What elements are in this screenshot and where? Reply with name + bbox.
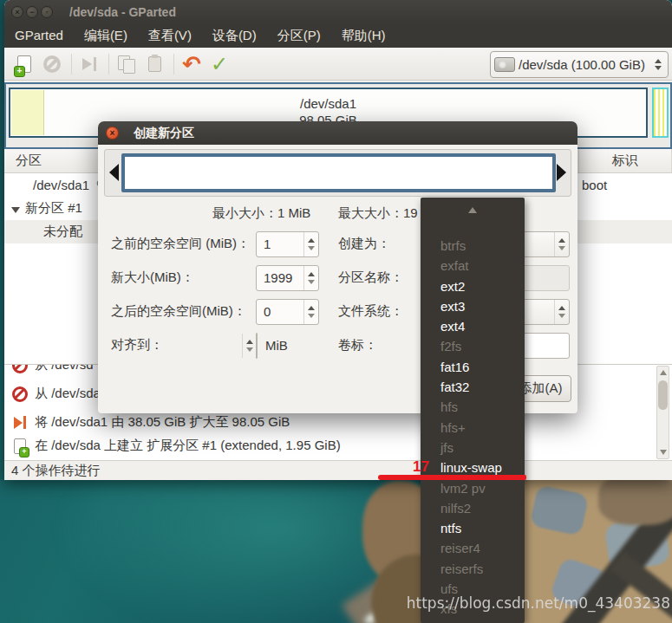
operation-text: 将 /dev/sda1 由 38.05 GiB 扩大至 98.05 GiB <box>35 414 290 431</box>
harddisk-icon <box>494 57 515 72</box>
column-header-flags[interactable]: 标识 <box>579 149 672 172</box>
copy-icon <box>118 55 135 73</box>
close-icon[interactable]: × <box>11 6 23 18</box>
resize-move-icon <box>82 57 96 71</box>
toolbar: ↶ ✓ /dev/sda (100.00 GiB) <box>4 48 672 81</box>
status-bar: 4 个操作待进行 <box>4 460 672 480</box>
scroll-up-icon[interactable] <box>468 207 477 213</box>
spinner-arrows-icon[interactable] <box>303 232 318 256</box>
undo-icon: ↶ <box>182 55 201 73</box>
wallpaper-rock <box>598 473 672 525</box>
device-selector-value: /dev/sda (100.00 GiB) <box>519 57 652 72</box>
operation-text: 从 /dev/sda <box>35 386 101 402</box>
align-to-combobox[interactable]: MiB <box>256 333 258 359</box>
menu-device[interactable]: 设备(D) <box>202 23 267 48</box>
fs-option-ext3[interactable]: ext3 <box>421 296 525 316</box>
operation-row[interactable]: 在 /dev/sda 上建立 扩展分区 #1 (extended, 1.95 G… <box>4 434 646 458</box>
new-partition-icon <box>17 55 31 73</box>
operation-text: 在 /dev/sda 上建立 扩展分区 #1 (extended, 1.95 G… <box>35 438 341 454</box>
slider-partition-area[interactable] <box>121 153 556 192</box>
free-space-before-value: 1 <box>264 237 271 251</box>
slider-left-arrow-icon[interactable] <box>109 164 119 181</box>
combobox-arrows-icon[interactable] <box>242 334 257 358</box>
free-space-after-value: 0 <box>264 304 271 319</box>
fs-option-f2fs: f2fs <box>421 336 525 356</box>
menubar: GParted 编辑(E) 查看(V) 设备(D) 分区(P) 帮助(H) <box>4 23 672 48</box>
volume-label-label: 卷标： <box>338 337 377 354</box>
partition-flags: boot <box>582 178 607 192</box>
slider-right-arrow-icon[interactable] <box>557 164 566 181</box>
combobox-arrows-icon[interactable] <box>554 300 569 324</box>
new-size-spinner[interactable]: 1999 <box>256 265 319 291</box>
menu-view[interactable]: 查看(V) <box>138 23 202 48</box>
toolbar-separator <box>71 54 72 75</box>
spinner-arrows-icon[interactable] <box>303 300 318 324</box>
combobox-arrows-icon[interactable] <box>554 232 569 256</box>
chevron-down-icon[interactable] <box>11 207 20 213</box>
maximize-icon[interactable]: ▫ <box>41 6 53 18</box>
free-space-before-spinner[interactable]: 1 <box>256 231 319 257</box>
partition-name: /dev/sda1 <box>4 178 89 192</box>
filesystem-label: 文件系统： <box>338 303 403 320</box>
align-to-value: MiB <box>265 338 288 353</box>
fs-option-fat16[interactable]: fat16 <box>421 357 525 377</box>
operations-scrollbar[interactable] <box>656 366 669 459</box>
min-size-value: 1 MiB <box>277 205 310 220</box>
scrollbar-thumb[interactable] <box>658 380 668 410</box>
scroll-down-icon[interactable] <box>660 450 667 455</box>
fs-option-fat32[interactable]: fat32 <box>421 377 525 397</box>
fs-option-ext4[interactable]: ext4 <box>421 316 525 336</box>
resize-operation-icon <box>14 416 26 429</box>
dialog-title: 创建新分区 <box>134 126 194 141</box>
new-size-value: 1999 <box>264 270 292 285</box>
fs-option-reiserfs: reiserfs <box>421 559 525 579</box>
free-space-before-label: 之前的空余空间 (MiB)： <box>111 236 250 252</box>
apply-button[interactable]: ✓ <box>206 51 232 77</box>
minimize-icon[interactable]: − <box>26 6 38 18</box>
resize-move-button[interactable] <box>76 51 102 77</box>
filesystem-dropdown-menu: btrfs exfat ext2 ext3 ext4 f2fs fat16 fa… <box>421 198 525 623</box>
dialog-close-icon[interactable]: × <box>106 127 119 140</box>
menu-edit[interactable]: 编辑(E) <box>74 23 138 48</box>
spinner-arrows-icon[interactable] <box>303 266 318 290</box>
partition-bar-extended[interactable] <box>652 88 669 138</box>
delete-operation-icon <box>12 386 28 402</box>
paste-button[interactable] <box>141 51 167 77</box>
paste-icon <box>148 56 161 72</box>
partition-size-slider[interactable] <box>104 149 571 197</box>
pending-operations-status: 4 个操作待进行 <box>11 463 101 479</box>
dialog-titlebar[interactable]: × 创建新分区 <box>98 121 577 145</box>
free-space-after-label: 之后的空余空间(MiB)： <box>111 303 246 320</box>
fs-option-exfat: exfat <box>421 256 525 276</box>
fs-option-ntfs[interactable]: ntfs <box>421 518 525 538</box>
partition-bar-label: /dev/sda1 <box>10 95 646 112</box>
fs-option-hfs: hfs <box>421 397 525 417</box>
partition-name: 未分配 <box>4 224 82 240</box>
toolbar-separator <box>108 54 109 75</box>
window-titlebar[interactable]: × − ▫ /dev/sda - GParted <box>4 0 672 23</box>
undo-button[interactable]: ↶ <box>179 51 205 77</box>
menu-gparted[interactable]: GParted <box>4 23 74 48</box>
apply-icon: ✓ <box>211 55 228 74</box>
max-size-value: 19 <box>403 205 418 220</box>
annotation-underline <box>378 475 526 480</box>
watermark-url: https://blog.csdn.net/m0_43403238 <box>407 594 670 612</box>
new-size-label: 新大小(MiB)： <box>111 269 194 286</box>
create-as-label: 创建为： <box>338 236 390 252</box>
menu-partition[interactable]: 分区(P) <box>267 23 331 48</box>
fs-option-lvm2-pv: lvm2 pv <box>421 478 525 498</box>
device-selector[interactable]: /dev/sda (100.00 GiB) <box>490 51 669 78</box>
align-to-label: 对齐到： <box>111 337 163 354</box>
fs-option-ext2[interactable]: ext2 <box>421 276 525 296</box>
free-space-after-spinner[interactable]: 0 <box>256 299 319 325</box>
copy-button[interactable] <box>114 51 140 77</box>
delete-icon <box>43 55 61 73</box>
delete-partition-button[interactable] <box>39 51 65 77</box>
fs-option-hfs-plus: hfs+ <box>421 418 525 438</box>
new-partition-button[interactable] <box>11 51 37 77</box>
max-size-label: 最大大小： <box>338 205 403 220</box>
menu-help[interactable]: 帮助(H) <box>331 23 396 48</box>
operation-row[interactable]: 将 /dev/sda1 由 38.05 GiB 扩大至 98.05 GiB <box>4 411 646 434</box>
delete-operation-icon <box>12 364 28 373</box>
scroll-up-icon[interactable] <box>660 370 667 375</box>
